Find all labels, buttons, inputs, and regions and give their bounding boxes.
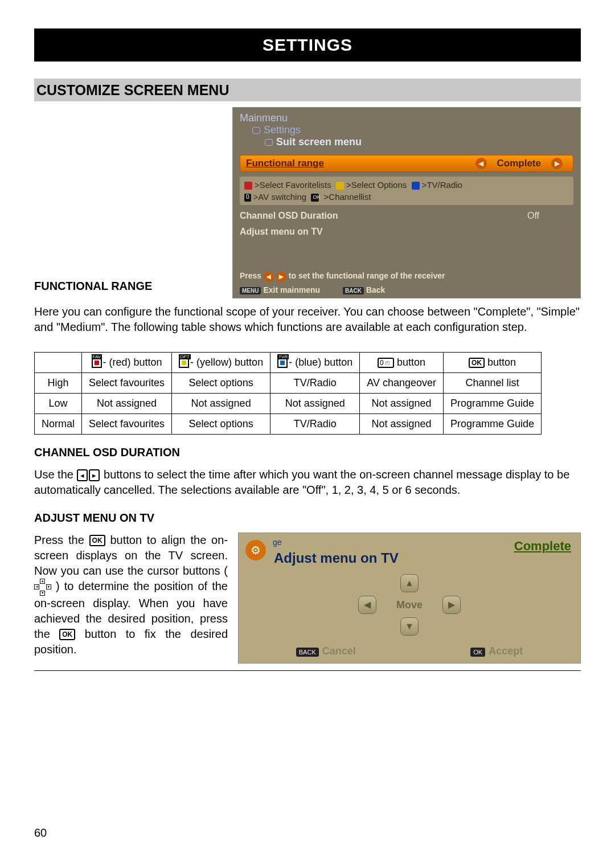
page-number: 60 bbox=[34, 826, 47, 840]
ok-chip-icon: OK bbox=[311, 194, 319, 202]
tv-footer: MENUExit mainmenu BACKBack bbox=[240, 285, 573, 294]
table-header-red: FAV- (red) button bbox=[82, 352, 172, 372]
cursor-buttons-icon: ▴▾◂▸ bbox=[34, 579, 51, 596]
page-title: SETTINGS bbox=[263, 35, 352, 55]
row-label: Low bbox=[35, 393, 82, 413]
adjust-title: Adjust menu on TV bbox=[274, 550, 399, 566]
arrow-left-icon: ◀ bbox=[264, 272, 274, 282]
ok-button-icon: OK bbox=[469, 358, 485, 368]
return-arrow-icon bbox=[265, 139, 273, 146]
breadcrumb-partial: ge bbox=[273, 538, 282, 547]
row-label: Normal bbox=[35, 413, 82, 434]
row-channel-osd[interactable]: Channel OSD Duration Off bbox=[240, 211, 573, 221]
subhead-channel-osd: CHANNEL OSD DURATION bbox=[34, 446, 581, 459]
menu-pill-icon: MENU bbox=[240, 287, 261, 294]
yellow-chip-icon bbox=[336, 182, 344, 190]
adjust-menu-paragraph: Press the OK button to align the on-scre… bbox=[34, 533, 228, 657]
right-button-icon: ▸ bbox=[89, 469, 100, 482]
blue-button-icon: TVR bbox=[277, 358, 288, 368]
red-chip-icon bbox=[244, 182, 252, 190]
accept-hint: OKAccept bbox=[470, 645, 523, 657]
functional-range-paragraph: Here you can configure the functional sc… bbox=[34, 304, 581, 335]
table-row: Normal Select favourites Select options … bbox=[35, 413, 542, 434]
red-button-icon: FAV bbox=[92, 358, 102, 368]
page-title-bar: SETTINGS bbox=[34, 28, 581, 62]
back-pill-icon: BACK bbox=[343, 287, 364, 294]
gear-icon: ⚙ bbox=[245, 540, 266, 560]
table-header-blue: TVR- (blue) button bbox=[270, 352, 360, 372]
section-heading: CUSTOMIZE SCREEN MENU bbox=[36, 82, 229, 99]
arrow-right-icon[interactable]: ▶ bbox=[551, 158, 563, 169]
left-button-icon: ◂ bbox=[77, 469, 88, 482]
subhead-functional-range: FUNCTIONAL RANGE bbox=[34, 280, 222, 293]
row-label: Functional range bbox=[246, 158, 471, 169]
breadcrumb-l2: Settings bbox=[240, 124, 573, 136]
arrow-left-button[interactable]: ◀ bbox=[358, 596, 376, 614]
table-header-blank bbox=[35, 352, 82, 372]
tv-screenshot-suit-screen-menu: Mainmenu Settings Suit screen menu Funct… bbox=[232, 107, 581, 298]
ok-button-icon: OK bbox=[89, 535, 105, 546]
section-heading-bar: CUSTOMIZE SCREEN MENU bbox=[34, 79, 581, 101]
table-header-ok: OK button bbox=[443, 352, 541, 372]
arrow-down-button[interactable]: ▼ bbox=[400, 617, 419, 636]
yellow-button-icon: OPT bbox=[179, 358, 189, 368]
footer-separator bbox=[34, 670, 581, 671]
breadcrumb-l1: Mainmenu bbox=[240, 112, 573, 124]
row-value: Complete bbox=[497, 158, 541, 169]
zero-chip-icon: 0 bbox=[244, 194, 251, 202]
hint-text: Press ◀ ▶ to set the functional range of… bbox=[240, 271, 573, 282]
arrow-left-icon[interactable]: ◀ bbox=[475, 158, 487, 169]
arrow-right-icon: ▶ bbox=[276, 272, 286, 282]
ok-pill-icon: OK bbox=[470, 648, 485, 657]
channel-osd-paragraph: Use the ◂▸ buttons to select the time af… bbox=[34, 467, 581, 498]
subhead-adjust-menu: ADJUST MENU ON TV bbox=[34, 511, 581, 525]
tv-screenshot-adjust-menu: ⚙ ge Complete Adjust menu on TV ▲ ▼ ◀ ▶ … bbox=[238, 533, 581, 664]
complete-label: Complete bbox=[514, 539, 571, 554]
arrow-right-button[interactable]: ▶ bbox=[442, 596, 461, 614]
blue-chip-icon bbox=[412, 182, 420, 190]
arrow-up-button[interactable]: ▲ bbox=[400, 574, 419, 592]
ok-button-icon: OK bbox=[59, 629, 75, 640]
table-header-zero: 0 ⏍ button bbox=[360, 352, 444, 372]
return-arrow-icon bbox=[252, 127, 260, 134]
back-pill-icon: BACK bbox=[296, 648, 319, 657]
table-row: Low Not assigned Not assigned Not assign… bbox=[35, 393, 542, 413]
move-label: Move bbox=[396, 599, 423, 611]
zero-button-icon: 0 ⏍ bbox=[378, 358, 394, 368]
row-adjust-menu[interactable]: Adjust menu on TV bbox=[240, 227, 573, 237]
button-assignment-table: FAV- (red) button OPT- (yellow) button T… bbox=[34, 352, 542, 435]
cancel-hint: BACKCancel bbox=[296, 645, 356, 657]
breadcrumb-l3: Suit screen menu bbox=[240, 136, 573, 148]
button-hints-box: >Select Favoritelists >Select Options >T… bbox=[240, 177, 573, 205]
table-row: High Select favourites Select options TV… bbox=[35, 372, 542, 393]
table-header-yellow: OPT- (yellow) button bbox=[172, 352, 270, 372]
row-label: High bbox=[35, 372, 82, 393]
selected-row-functional-range[interactable]: Functional range ◀ Complete ▶ bbox=[240, 155, 573, 172]
